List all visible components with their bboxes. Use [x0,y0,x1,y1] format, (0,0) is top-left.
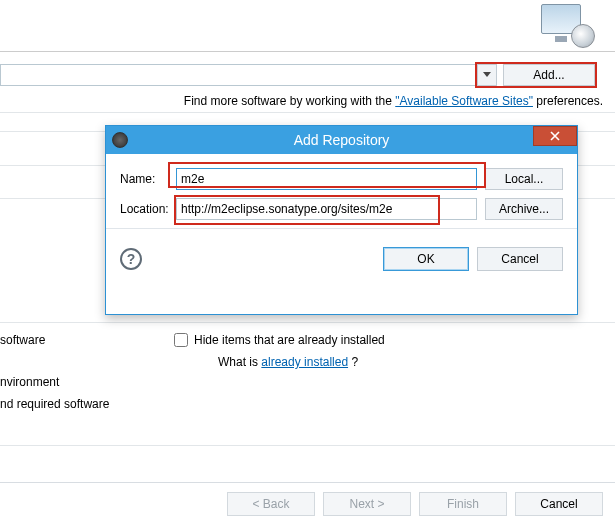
add-repository-dialog: Add Repository Name: Local... Location: … [105,125,578,315]
separator [0,445,615,446]
dialog-separator [106,228,577,229]
work-with-combo[interactable] [0,64,477,86]
name-row: Name: Local... [120,168,563,190]
option-software: software [0,333,109,347]
help-icon: ? [127,251,136,267]
what-is-text: What is already installed ? [218,355,358,369]
hide-installed-row: Hide items that are already installed [174,333,385,347]
location-input[interactable] [176,198,477,220]
separator [0,322,615,323]
wizard-header [0,0,615,52]
install-icon [535,0,595,48]
option-environment: nvironment [0,375,109,389]
chevron-down-icon [483,72,491,78]
back-button: < Back [227,492,315,516]
separator [0,112,615,113]
local-button[interactable]: Local... [485,168,563,190]
whatis-suffix: ? [351,355,358,369]
ok-button[interactable]: OK [383,247,469,271]
available-software-sites-link[interactable]: "Available Software Sites" [395,94,533,108]
hide-installed-checkbox[interactable] [174,333,188,347]
wizard-separator [0,482,615,483]
next-button: Next > [323,492,411,516]
whatis-prefix: What is [218,355,261,369]
help-button[interactable]: ? [120,248,142,270]
wizard-cancel-button[interactable]: Cancel [515,492,603,516]
location-row: Location: Archive... [120,198,563,220]
work-with-row: Add... [0,64,603,90]
dialog-title: Add Repository [106,132,577,148]
already-installed-link[interactable]: already installed [261,355,348,369]
dialog-body: Name: Local... Location: Archive... [106,154,577,237]
location-label: Location: [120,202,176,216]
dialog-cancel-button[interactable]: Cancel [477,247,563,271]
option-required: nd required software [0,397,109,411]
dialog-footer: ? OK Cancel [106,237,577,281]
hide-installed-label: Hide items that are already installed [194,333,385,347]
name-input[interactable] [176,168,477,190]
hint-suffix: preferences. [536,94,603,108]
truncated-options: software nvironment nd required software [0,333,109,439]
dialog-titlebar[interactable]: Add Repository [106,126,577,154]
work-with-dropdown-arrow[interactable] [477,64,497,86]
hint-prefix: Find more software by working with the [184,94,395,108]
name-label: Name: [120,172,176,186]
finish-button: Finish [419,492,507,516]
close-icon [550,131,560,141]
add-button[interactable]: Add... [503,64,595,86]
hint-text: Find more software by working with the "… [184,94,603,108]
eclipse-icon [112,132,128,148]
wizard-footer: < Back Next > Finish Cancel [219,492,603,516]
close-button[interactable] [533,126,577,146]
archive-button[interactable]: Archive... [485,198,563,220]
